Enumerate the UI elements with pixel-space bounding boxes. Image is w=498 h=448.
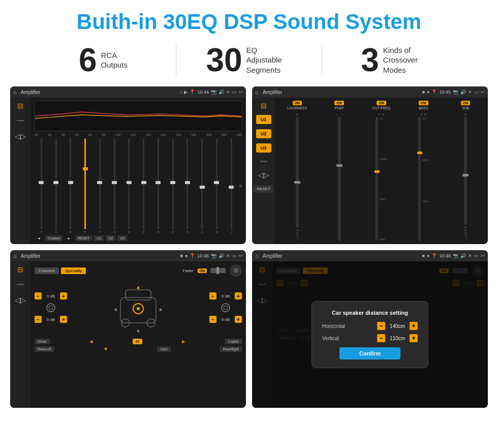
dialog-vertical-row: Vertical − 110cm + [322, 334, 418, 342]
co-phat-label: PHAT [335, 106, 344, 110]
s3-all-btn[interactable]: All [133, 339, 143, 344]
vol-rr-minus[interactable]: − [209, 316, 216, 323]
eq-slider-6[interactable]: 0 [108, 138, 121, 233]
vol-fl-minus[interactable]: − [35, 292, 42, 300]
home-icon[interactable]: ⌂ [13, 89, 17, 95]
dialog-horizontal-minus[interactable]: − [377, 322, 385, 330]
eq-freq-25: 25 [35, 133, 38, 136]
vol-rl-minus[interactable]: − [35, 316, 42, 323]
fader-on-badge[interactable]: ON [198, 268, 207, 273]
s3-arrow-left[interactable]: ◄ [89, 339, 94, 344]
eq-slider-3[interactable]: 0 [64, 138, 78, 233]
eq-slider-2[interactable]: 0 [49, 138, 63, 233]
music-icon-4: ■ [422, 253, 425, 258]
eq-slider-1[interactable]: 0 [35, 138, 48, 233]
co-sidebar-icon-3[interactable]: ◁▷ [258, 171, 269, 179]
co-channel-cutfreq: ON CUT FREQ FG 3.0100Hz80Hz60Hz [361, 101, 402, 241]
vol-fr-minus[interactable]: − [209, 292, 216, 300]
vol-rl-value: 0 dB [44, 317, 58, 322]
eq-u3-btn[interactable]: U3 [117, 235, 127, 241]
vol-fl-plus[interactable]: + [60, 292, 67, 300]
eq-prev-btn[interactable]: ◄ [35, 235, 43, 241]
s3-tab-specialty[interactable]: Specialty [61, 267, 85, 274]
eq-freq-63: 63 [88, 133, 92, 136]
co-sub-on[interactable]: ON [461, 101, 471, 105]
dialog-vertical-plus[interactable]: + [410, 334, 418, 342]
eq-sidebar-icon-1[interactable]: ⊟ [17, 102, 23, 110]
co-u2-btn[interactable]: U2 [256, 129, 271, 138]
co-reset-btn[interactable]: RESET [254, 185, 273, 193]
eq-slider-7[interactable]: 0 [122, 138, 136, 233]
eq-freq-32: 32 [48, 133, 52, 136]
screen-dialog-time: 10:46 [439, 253, 451, 258]
dialog-vertical-minus[interactable]: − [377, 334, 385, 342]
vol-rr-value: 0 dB [219, 317, 233, 322]
x-icon: ✕ [226, 89, 230, 95]
eq-slider-9[interactable]: 0 [151, 138, 165, 233]
eq-slider-11[interactable]: 0 [181, 138, 195, 233]
eq-u2-btn[interactable]: U2 [106, 235, 115, 241]
eq-slider-13[interactable]: 0 [210, 138, 224, 233]
s3-arrow-down[interactable]: ▼ [103, 346, 108, 352]
co-sub-label: SUB [462, 106, 469, 110]
volume-icon-4: 🔊 [460, 253, 466, 258]
x-icon-4: ✕ [468, 253, 472, 258]
dialog-horizontal-plus[interactable]: + [410, 322, 418, 330]
s3-rearright-btn[interactable]: RearRight [220, 346, 242, 352]
co-u1-btn[interactable]: U1 [256, 115, 271, 124]
co-bass-on[interactable]: ON [419, 101, 428, 105]
co-sidebar-icon-2[interactable]: 〰 [260, 158, 267, 166]
back-icon-2[interactable]: ↩ [481, 89, 485, 95]
vol-rr-plus[interactable]: + [235, 316, 242, 323]
home-icon-4[interactable]: ⌂ [255, 253, 259, 259]
f-sidebar-icon-2[interactable]: 〰 [17, 281, 24, 289]
eq-next-btn[interactable]: ► [65, 235, 73, 241]
s3-rearleft-btn[interactable]: RearLeft [35, 346, 54, 352]
eq-slider-10[interactable]: 0 [166, 138, 180, 233]
eq-slider-4[interactable]: 5 [78, 138, 92, 233]
eq-freq-40: 40 [61, 133, 65, 136]
confirm-button[interactable]: Confirm [339, 347, 400, 360]
vol-fr-plus[interactable]: + [235, 292, 242, 300]
stat-eq: 30 EQ AdjustableSegments [176, 44, 322, 76]
back-icon-3[interactable]: ↩ [239, 253, 243, 258]
co-sidebar-icon-1[interactable]: ⊟ [261, 102, 267, 110]
eq-u1-btn[interactable]: U1 [94, 235, 104, 241]
home-icon-2[interactable]: ⌂ [255, 89, 259, 95]
co-loudness-on[interactable]: ON [293, 101, 302, 105]
co-u3-btn[interactable]: U3 [256, 143, 271, 153]
s3-copilot-btn[interactable]: Copilot [225, 339, 242, 344]
s3-tab-common[interactable]: Common [35, 267, 59, 274]
f-sidebar-icon-1[interactable]: ⊟ [17, 265, 23, 274]
eq-slider-5[interactable]: 0 [93, 138, 107, 233]
fader-settings-icon[interactable]: ⚙ [230, 264, 242, 277]
screen-fader-title: Amplifier [21, 253, 178, 259]
dialog-vertical-label: Vertical [322, 336, 339, 341]
eq-slider-12[interactable]: -1 [195, 138, 209, 233]
f-sidebar-icon-3[interactable]: ◁▷ [15, 296, 26, 304]
eq-freq-50: 50 [75, 133, 79, 136]
screen-fader-time: 10:46 [197, 253, 209, 258]
eq-reset-btn[interactable]: RESET [75, 235, 92, 241]
s3-driver-btn[interactable]: Driver [35, 339, 50, 344]
eq-freq-200: 200 [161, 133, 166, 136]
eq-freq-160: 160 [146, 133, 151, 136]
dot-icon-2: ● [185, 253, 188, 258]
eq-sidebar-icon-2[interactable]: 〰 [17, 117, 24, 125]
co-cutfreq-label: CUT FREQ [372, 106, 391, 110]
back-icon-4[interactable]: ↩ [481, 253, 485, 258]
volume-icon-2: 🔊 [460, 89, 466, 95]
co-cutfreq-on[interactable]: ON [377, 101, 386, 105]
screen-crossover: ⌂ Amplifier ■ ● 📍 10:45 📷 🔊 ✕ ▭ ↩ ⊟ U1 U… [252, 86, 488, 244]
vol-rl-plus[interactable]: + [60, 316, 67, 323]
eq-more-icon[interactable]: » [239, 183, 242, 189]
eq-slider-14[interactable]: -1 [225, 138, 238, 233]
eq-sidebar-icon-3[interactable]: ◁▷ [15, 132, 26, 140]
back-icon[interactable]: ↩ [239, 89, 243, 95]
x-icon-3: ✕ [226, 253, 230, 258]
s3-user-btn[interactable]: User [157, 346, 171, 352]
s3-arrow-right[interactable]: ► [181, 339, 186, 344]
home-icon-3[interactable]: ⌂ [13, 253, 17, 259]
co-phat-on[interactable]: ON [334, 101, 344, 105]
eq-slider-8[interactable]: 0 [137, 138, 150, 233]
